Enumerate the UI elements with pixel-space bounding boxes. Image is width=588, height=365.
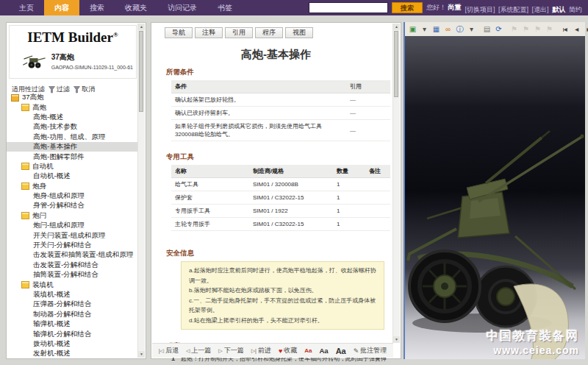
tab-导航[interactable]: 导航 xyxy=(165,27,193,38)
nav-item[interactable]: 搜索 xyxy=(79,0,115,15)
tab-引用[interactable]: 引用 xyxy=(225,27,253,38)
account-link[interactable]: [切换项目] xyxy=(465,6,495,13)
font-size-large-button[interactable]: Aa xyxy=(336,347,346,355)
tree-item-label: 炮闩-组成和原理 xyxy=(33,221,85,230)
scrollbar-thumb[interactable] xyxy=(139,31,143,112)
theme-option[interactable]: 简约 xyxy=(569,6,582,13)
favorite-button[interactable]: ♥收藏 xyxy=(279,346,297,355)
col-tool-name: 名称 xyxy=(171,165,249,178)
tree-item[interactable]: 输弹机-分解和结合 xyxy=(7,329,138,339)
tab-视图[interactable]: 视图 xyxy=(285,27,313,38)
forward-button[interactable]: ▷|前进 xyxy=(251,346,271,355)
col-condition: 条件 xyxy=(171,80,346,93)
scroll-down-arrow[interactable]: ▼ xyxy=(138,351,145,358)
tree-item[interactable]: 制动器-分解和结合 xyxy=(7,310,138,319)
table-row: 专用扳手工具SIM01 / 19221 xyxy=(171,205,390,218)
tree-item[interactable]: 炮闩-组成和原理 xyxy=(7,221,138,230)
tree-item[interactable]: 炮身 xyxy=(7,182,138,191)
tools-table: 名称 制造商/规格 数量 备注 给气工具SIM01 / 320008B1保护套S… xyxy=(171,165,390,231)
tool-spec-cell: SIM01 / C32022-15 xyxy=(249,191,333,205)
tree-item[interactable]: 装填机 xyxy=(7,280,138,289)
font-size-large-button-icon: Aa xyxy=(336,347,346,355)
scroll-down-arrow[interactable]: ▼ xyxy=(393,336,400,343)
tree-item[interactable]: 高炮-图解零部件 xyxy=(7,152,138,161)
font-size-medium-button[interactable]: Aa xyxy=(320,347,329,355)
tree-item[interactable]: 身管-分解和结合 xyxy=(7,201,138,210)
tree-item[interactable]: 自动机 xyxy=(7,162,138,171)
theme-option[interactable]: 默认 xyxy=(553,6,566,13)
nav-item[interactable]: 收藏夹 xyxy=(115,0,157,15)
tree-item[interactable]: 高炮-概述 xyxy=(7,113,138,122)
content-scrollbar[interactable]: ▲ ▼ xyxy=(392,24,400,343)
tree-item[interactable]: 开关闩-分解和结合 xyxy=(7,241,138,250)
tree-item[interactable]: 击发装置和抽筒装置-组成和原理 xyxy=(7,250,138,260)
tool-note-cell xyxy=(365,218,390,231)
annotation-manage-button-icon: ✎ xyxy=(354,347,359,355)
brand-box: IETM Builder® 37高炮 GAOPAO-SIMUN-11029-11… xyxy=(9,25,137,79)
folder-icon xyxy=(21,104,29,111)
play-button[interactable]: ▶ xyxy=(583,24,588,35)
nav-item[interactable]: 书签 xyxy=(207,0,243,15)
tree-item-label: 自动机-概述 xyxy=(33,171,71,181)
document-icon[interactable]: ▤ xyxy=(481,24,492,35)
tree-item[interactable]: 压弹器-分解和结合 xyxy=(7,300,138,309)
scroll-up-arrow[interactable]: ▲ xyxy=(138,24,145,30)
col-tool-qty: 数量 xyxy=(333,165,365,178)
search-button[interactable]: 搜索 xyxy=(392,2,423,13)
nav-item[interactable]: 内容 xyxy=(44,0,79,15)
tree-item[interactable]: 高炮-基本操作 xyxy=(7,142,138,152)
scrollbar-thumb[interactable] xyxy=(394,31,398,97)
gun-thumbnail-image xyxy=(21,48,46,74)
font-size-small-button[interactable]: Aa xyxy=(304,347,312,354)
tree-item[interactable]: 开关闩装置-组成和原理 xyxy=(7,230,138,240)
account-link[interactable]: [退出] xyxy=(532,6,549,13)
standard-views-icon[interactable]: ▦ xyxy=(431,24,442,35)
forward-button-icon: ▷| xyxy=(251,348,257,354)
nav-item[interactable]: 访问记录 xyxy=(157,0,207,15)
tree-item[interactable]: 拨动机-概述 xyxy=(7,339,138,349)
tree-item[interactable]: 高炮-功用、组成、原理 xyxy=(7,132,138,142)
tree-item[interactable]: 炮闩 xyxy=(7,211,138,221)
scroll-up-arrow[interactable]: ▲ xyxy=(393,24,400,30)
tree-item[interactable]: 高炮-技术参数 xyxy=(7,122,138,132)
reset-view-icon[interactable]: ⟳ xyxy=(493,24,504,35)
tree-item-label: 炮闩 xyxy=(32,211,46,221)
tool-qty-cell: 1 xyxy=(333,205,365,218)
back-button[interactable]: |◁后退 xyxy=(159,346,179,355)
tool-name-cell: 保护套 xyxy=(171,191,249,205)
product-name: 37高炮 xyxy=(51,52,133,63)
tree-item[interactable]: 抽筒装置-分解和结合 xyxy=(7,270,138,280)
annotation-manage-button[interactable]: ✎批注管理 xyxy=(354,346,387,355)
viewer-viewport[interactable]: 中国教育装备网 www.ceiea.com xyxy=(405,36,585,359)
tree-item[interactable]: 发射机-概述 xyxy=(7,349,138,358)
account-link[interactable]: [系统配置] xyxy=(498,6,528,13)
tree-item-label: 高炮-基本操作 xyxy=(33,142,77,152)
safety-line: c.一、二炮手提炮身托架时，手不宜提的过低或过紧，防止压手或身体被托架带倒。 xyxy=(189,296,376,316)
tree-item[interactable]: 高炮 xyxy=(7,102,138,112)
info-caret[interactable]: ▾ xyxy=(466,24,477,35)
tab-注释[interactable]: 注释 xyxy=(195,27,223,38)
tree-item[interactable]: 炮身-组成和原理 xyxy=(7,191,138,201)
tree-item[interactable]: 37高炮 xyxy=(7,93,138,102)
nav-item[interactable]: 主页 xyxy=(9,0,44,15)
first-frame-button[interactable]: |◀ xyxy=(559,24,570,35)
safety-heading: 安全信息 xyxy=(166,249,401,258)
global-search-input[interactable] xyxy=(309,2,388,13)
prev-frame-button[interactable]: ◀ xyxy=(571,24,582,35)
tree-item[interactable]: 装填机-概述 xyxy=(7,290,138,300)
tree-item[interactable]: 击发装置-分解和结合 xyxy=(7,261,138,270)
gun-3d-model[interactable] xyxy=(405,45,585,359)
tree-item[interactable]: 自动机-概述 xyxy=(7,171,138,181)
prev-article-button[interactable]: ◁上一篇 xyxy=(186,346,211,355)
sidebar-scrollbar[interactable]: ▲ ▼ xyxy=(137,24,145,358)
tab-程序[interactable]: 程序 xyxy=(255,27,283,38)
folder-icon xyxy=(21,182,29,190)
link-parts-icon[interactable]: ∞ xyxy=(442,24,453,35)
info-icon[interactable]: ⓘ xyxy=(454,24,465,35)
tree-item-label: 开关闩装置-组成和原理 xyxy=(33,231,105,241)
model-tree-caret[interactable]: ▾ xyxy=(419,24,430,35)
tool-qty-cell: 1 xyxy=(333,191,365,205)
next-article-button[interactable]: ▷下一篇 xyxy=(218,346,243,355)
tree-item[interactable]: 输弹机-概述 xyxy=(7,319,138,329)
model-tree-icon[interactable]: ▣ xyxy=(407,24,418,35)
